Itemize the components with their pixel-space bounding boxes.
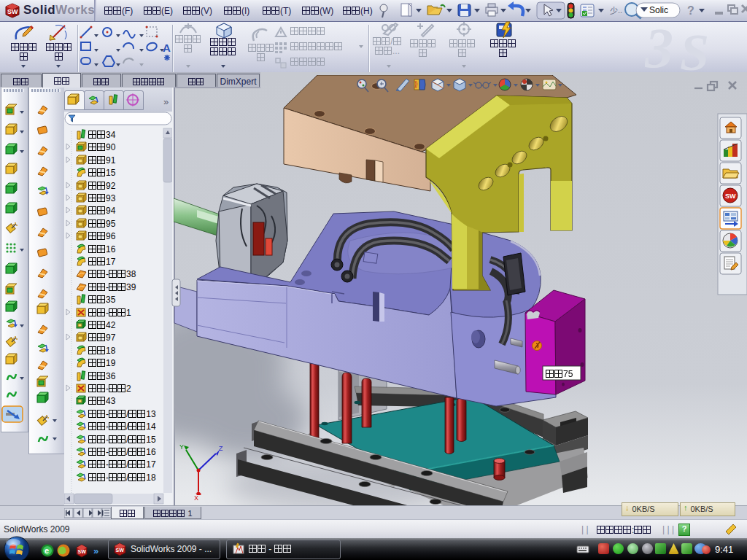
svg-text:SW: SW	[725, 192, 736, 200]
svg-text:SW: SW	[116, 548, 125, 553]
svg-text:e: e	[44, 546, 49, 555]
svg-text:SW: SW	[78, 549, 87, 554]
svg-text:X: X	[194, 494, 198, 502]
svg-text:Z: Z	[219, 445, 223, 452]
svg-text:»: »	[93, 545, 98, 556]
svg-text:Y: Y	[179, 443, 184, 451]
